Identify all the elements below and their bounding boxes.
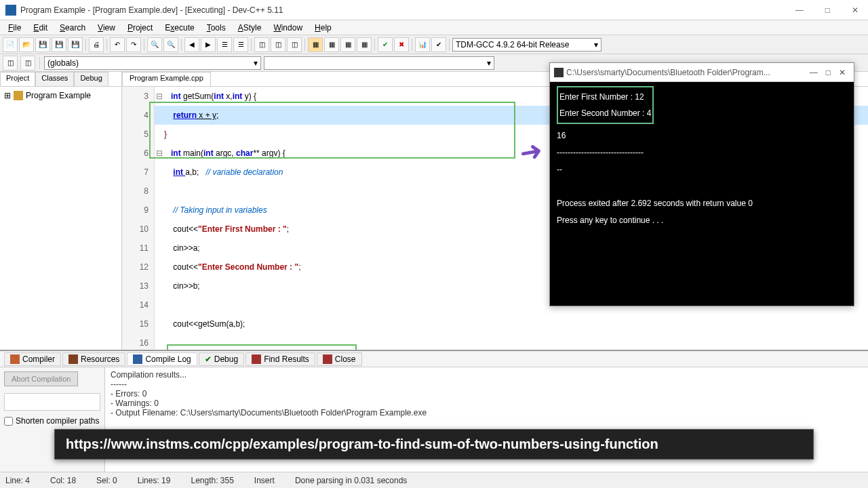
menu-project[interactable]: Project — [122, 22, 158, 34]
save-all-icon[interactable]: 💾 — [52, 37, 66, 52]
rebuild-icon[interactable]: ▦ — [357, 37, 372, 52]
compile-run-icon[interactable]: ▦ — [340, 37, 355, 52]
log-icon — [133, 354, 142, 364]
menu-execute[interactable]: Execute — [159, 22, 199, 34]
console-maximize-button[interactable]: □ — [822, 68, 835, 77]
close-button[interactable]: ✕ — [848, 5, 863, 15]
redo-icon[interactable]: ↷ — [126, 37, 141, 52]
clean-icon[interactable]: ✖ — [394, 37, 409, 52]
insert-icon[interactable]: ◫ — [254, 37, 269, 52]
abort-compilation-button[interactable]: Abort Compilation — [4, 371, 78, 386]
main-toolbar: 📄 📂 💾 💾 💾 🖨 ↶ ↷ 🔍 🔍 ◀ ▶ ☰ ☰ ◫ ◫ ◫ ▦ ▦ ▦ … — [0, 35, 868, 54]
project-name-label: Program Example — [26, 91, 91, 100]
tab-project[interactable]: Project — [0, 72, 35, 86]
menu-file[interactable]: File — [3, 22, 26, 34]
console-title: C:\Users\smarty\Documents\Bluetooth Fold… — [566, 68, 806, 77]
status-length: Length: 355 — [191, 476, 233, 485]
debug-icon[interactable]: ✔ — [431, 37, 446, 52]
tab-find-results[interactable]: Find Results — [245, 352, 315, 366]
compile-icon[interactable]: ▦ — [308, 37, 323, 52]
console-minimize-button[interactable]: — — [806, 68, 822, 77]
tab-compiler[interactable]: Compiler — [4, 352, 61, 366]
filter-input[interactable] — [4, 393, 100, 411]
new-file-icon[interactable]: 📄 — [3, 37, 18, 52]
tab-debug[interactable]: Debug — [74, 72, 108, 86]
tab-close[interactable]: Close — [317, 352, 362, 366]
profile-icon[interactable]: 📊 — [415, 37, 430, 52]
print-icon[interactable]: 🖨 — [89, 37, 104, 52]
globals-select[interactable]: (globals) ▾ — [44, 56, 261, 70]
shorten-paths-checkbox[interactable]: Shorten compiler paths — [4, 416, 100, 426]
project-tree-item[interactable]: ⊞ Program Example — [4, 91, 117, 100]
tab-classes[interactable]: Classes — [35, 72, 74, 86]
menu-tools[interactable]: Tools — [201, 22, 231, 34]
maximize-button[interactable]: □ — [821, 5, 834, 15]
syntax-check-icon[interactable]: ✔ — [378, 37, 393, 52]
status-lines: Lines: 19 — [138, 476, 171, 485]
status-sel: Sel: 0 — [96, 476, 117, 485]
new-class-icon[interactable]: ◫ — [3, 56, 18, 70]
url-banner: https://www.instms.com/cpp/examples/prog… — [54, 429, 814, 460]
menu-window[interactable]: Window — [268, 22, 308, 34]
compiler-select-value: TDM-GCC 4.9.2 64-bit Release — [456, 40, 569, 49]
console-output[interactable]: Enter First Number : 12 Enter Second Num… — [550, 82, 854, 306]
forward-icon[interactable]: ▶ — [201, 37, 216, 52]
menu-search[interactable]: Search — [54, 22, 91, 34]
window-titlebar: Program Example - [Program Example.dev] … — [0, 0, 868, 20]
window-title: Program Example - [Program Example.dev] … — [20, 5, 791, 15]
goto-icon[interactable]: ☰ — [217, 37, 232, 52]
project-icon — [14, 91, 23, 100]
shorten-checkbox-input[interactable] — [4, 417, 13, 426]
compiler-select[interactable]: TDM-GCC 4.9.2 64-bit Release ▾ — [452, 38, 601, 52]
undo-icon[interactable]: ↶ — [110, 37, 125, 52]
minimize-button[interactable]: — — [791, 5, 808, 15]
menu-astyle[interactable]: AStyle — [233, 22, 267, 34]
status-parse: Done parsing in 0.031 seconds — [295, 476, 407, 485]
menu-view[interactable]: View — [92, 22, 121, 34]
toggle-icon[interactable]: ◫ — [271, 37, 285, 52]
console-window: C:\Users\smarty\Documents\Bluetooth Fold… — [549, 62, 854, 306]
menubar: File Edit Search View Project Execute To… — [0, 20, 868, 35]
console-close-button[interactable]: ✕ — [835, 68, 850, 77]
status-insert: Insert — [254, 476, 275, 485]
open-icon[interactable]: 📂 — [19, 37, 34, 52]
find-results-icon — [252, 354, 261, 364]
bookmark-icon[interactable]: ☰ — [233, 37, 248, 52]
find-icon[interactable]: 🔍 — [147, 37, 162, 52]
menu-edit[interactable]: Edit — [28, 22, 53, 34]
compiler-icon — [10, 354, 20, 364]
check-icon: ✔ — [205, 354, 212, 364]
sidebar: Project Classes Debug ⊞ Program Example — [0, 72, 122, 350]
editor-tab[interactable]: Program Example.cpp — [122, 72, 211, 86]
menu-help[interactable]: Help — [309, 22, 337, 34]
close-panel-icon — [323, 354, 332, 364]
globals-select-value: (globals) — [47, 58, 79, 68]
save-icon[interactable]: 💾 — [35, 37, 50, 52]
tab-debug-bottom[interactable]: ✔Debug — [199, 352, 244, 366]
replace-icon[interactable]: 🔍 — [163, 37, 178, 52]
app-icon — [5, 5, 16, 16]
tab-resources[interactable]: Resources — [62, 352, 125, 366]
chevron-down-icon: ▾ — [594, 40, 598, 49]
chevron-down-icon: ▾ — [254, 58, 258, 68]
save-as-icon[interactable]: 💾 — [68, 37, 83, 52]
resources-icon — [68, 354, 78, 364]
status-line: Line: 4 — [5, 476, 30, 485]
tab-compile-log[interactable]: Compile Log — [127, 352, 197, 366]
new-project-icon[interactable]: ◫ — [20, 56, 35, 70]
expand-icon[interactable]: ⊞ — [4, 91, 11, 100]
members-select[interactable]: ▾ — [264, 56, 494, 70]
console-icon — [554, 68, 564, 77]
back-icon[interactable]: ◀ — [184, 37, 199, 52]
statusbar: Line: 4 Col: 18 Sel: 0 Lines: 19 Length:… — [0, 472, 868, 488]
shorten-label: Shorten compiler paths — [16, 416, 99, 426]
run-icon[interactable]: ▦ — [324, 37, 339, 52]
status-col: Col: 18 — [50, 476, 76, 485]
chevron-down-icon: ▾ — [487, 58, 491, 68]
goto-bm-icon[interactable]: ◫ — [287, 37, 302, 52]
